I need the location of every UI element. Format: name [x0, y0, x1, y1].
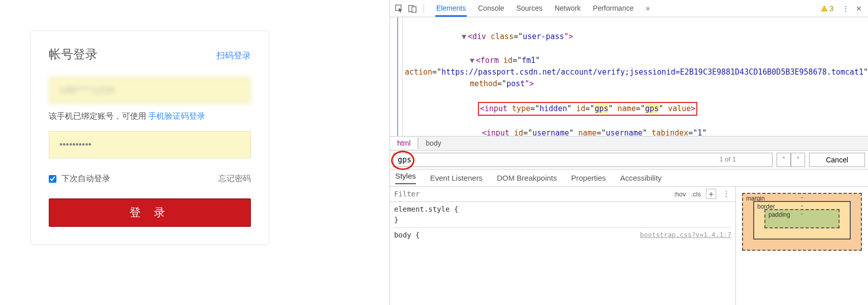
- styles-more-icon[interactable]: ⋮: [721, 189, 731, 199]
- box-padding: padding -: [764, 209, 840, 228]
- rule-body-selector: body {: [394, 231, 420, 239]
- forgot-password-link[interactable]: 忘记密码: [218, 174, 251, 184]
- phone-bound-hint: 该手机已绑定账号，可使用 手机验证码登录: [49, 111, 251, 122]
- search-cancel-button[interactable]: Cancel: [809, 153, 865, 167]
- cursor-box-icon: [395, 4, 404, 13]
- devtools-panel: Elements Console Sources Network Perform…: [390, 0, 868, 305]
- breadcrumb-html[interactable]: html: [390, 137, 418, 149]
- rule-source-link[interactable]: bootstrap.css?v=1.4.1:7: [640, 230, 731, 240]
- search-nav: ˄˅: [777, 153, 805, 167]
- auto-login-checkbox[interactable]: [49, 175, 56, 183]
- device-toggle-icon[interactable]: [407, 4, 417, 14]
- login-header: 帐号登录 扫码登录: [49, 46, 251, 62]
- password-input[interactable]: [49, 131, 251, 158]
- styles-filter-input[interactable]: [394, 190, 668, 198]
- tab-console[interactable]: Console: [477, 0, 505, 17]
- scan-login-link[interactable]: 扫码登录: [216, 50, 251, 61]
- rule-element-style: element.style {: [394, 204, 731, 215]
- cls-toggle[interactable]: .cls: [691, 190, 701, 198]
- auto-login-text: 下次自动登录: [61, 174, 110, 184]
- tab-performance[interactable]: Performance: [592, 0, 634, 17]
- devtools-close-icon[interactable]: ✕: [854, 4, 864, 14]
- inspect-icon[interactable]: [394, 4, 404, 14]
- css-rule-list[interactable]: element.style { } body { bootstrap.css?v…: [390, 202, 735, 306]
- separator: [424, 4, 424, 13]
- warning-count: 3: [829, 5, 833, 13]
- elements-gutter: [390, 17, 403, 136]
- dom-breadcrumb: html body: [390, 136, 868, 150]
- highlighted-dom-node[interactable]: <input type="hidden" id="gps" name="gps"…: [478, 102, 697, 116]
- login-card: 帐号登录 扫码登录 该手机已绑定账号，可使用 手机验证码登录 下次自动登录 忘记…: [30, 30, 269, 245]
- dom-tree[interactable]: ▼<div class="user-pass"> ▼<form id="fm1"…: [403, 17, 868, 136]
- new-style-rule-button[interactable]: +: [706, 189, 716, 199]
- tab-elements[interactable]: Elements: [435, 0, 467, 17]
- device-icon: [408, 4, 417, 13]
- sms-login-link[interactable]: 手机验证码登录: [148, 112, 205, 120]
- elements-search-bar: 1 of 1 ˄˅ Cancel: [390, 150, 868, 170]
- box-margin: margin - border - padding -: [742, 193, 862, 251]
- elements-search-input[interactable]: [393, 153, 773, 167]
- login-button[interactable]: 登 录: [49, 198, 251, 227]
- search-prev-button[interactable]: ˄: [777, 153, 791, 167]
- tab-network[interactable]: Network: [554, 0, 582, 17]
- devtools-toolbar: Elements Console Sources Network Perform…: [390, 0, 868, 17]
- styles-subtabs: Styles Event Listeners DOM Breakpoints P…: [390, 170, 868, 187]
- subtab-properties[interactable]: Properties: [571, 174, 606, 182]
- hint-text: 该手机已绑定账号，可使用: [49, 112, 148, 120]
- auto-login-label[interactable]: 下次自动登录: [49, 174, 110, 184]
- styles-rules: :hov .cls + ⋮ element.style { } body { b…: [390, 187, 736, 306]
- devtools-tab-strip: Elements Console Sources Network Perform…: [435, 0, 818, 17]
- subtab-dom-breakpoints[interactable]: DOM Breakpoints: [497, 174, 557, 182]
- box-border: border - padding -: [753, 201, 851, 240]
- devtools-menu-icon[interactable]: ⋮: [841, 4, 851, 14]
- tab-more[interactable]: »: [645, 0, 651, 17]
- subtab-accessibility[interactable]: Accessibility: [620, 174, 662, 182]
- web-page: 帐号登录 扫码登录 该手机已绑定账号，可使用 手机验证码登录 下次自动登录 忘记…: [0, 0, 390, 305]
- username-input[interactable]: [49, 77, 251, 104]
- hov-toggle[interactable]: :hov: [673, 190, 686, 198]
- warning-indicator[interactable]: 3: [821, 5, 833, 13]
- subtab-styles[interactable]: Styles: [395, 172, 416, 184]
- tab-sources[interactable]: Sources: [516, 0, 543, 17]
- login-title: 帐号登录: [49, 46, 98, 62]
- login-options-row: 下次自动登录 忘记密码: [49, 174, 251, 184]
- svg-rect-2: [412, 7, 416, 12]
- breadcrumb-body[interactable]: body: [418, 137, 448, 149]
- box-model: margin - border - padding -: [736, 187, 868, 306]
- styles-filter-row: :hov .cls + ⋮: [390, 187, 735, 202]
- warning-icon: [821, 5, 828, 12]
- search-next-button[interactable]: ˅: [791, 153, 805, 167]
- subtab-event-listeners[interactable]: Event Listeners: [430, 174, 483, 182]
- styles-pane: :hov .cls + ⋮ element.style { } body { b…: [390, 187, 868, 306]
- elements-panel: ▼<div class="user-pass"> ▼<form id="fm1"…: [390, 17, 868, 136]
